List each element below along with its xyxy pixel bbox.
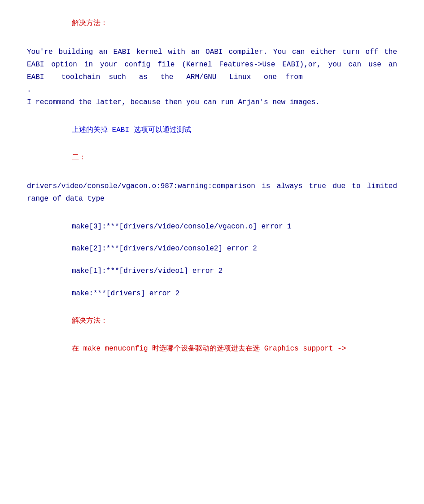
make-error-1: make[1]:***[drivers/video1] error 2 (27, 266, 397, 277)
solution-label-1: 解决方法： (27, 18, 397, 30)
solution-label-2: 解决方法： (27, 316, 397, 327)
section-two-header: 二： (27, 153, 86, 162)
make-error-2: make[2]:***[drivers/video/console2] erro… (27, 243, 397, 255)
warning-text: drivers/video/console/vgacon.o:987:warni… (27, 180, 397, 205)
paragraph-body: You're building an EABI kernel with an O… (27, 46, 397, 109)
eabi-link[interactable]: 上述的关掉 EABI 选项可以通过测试 (27, 125, 397, 136)
paragraph-continuation: I recommend the latter, because then you… (27, 98, 320, 106)
graphics-support-text: 在 make menuconfig 时选哪个设备驱动的选项进去在选 Graphi… (27, 343, 397, 355)
make-error-0: make:***[drivers] error 2 (27, 288, 397, 300)
make-error-3: make[3]:***[drivers/video/console/vgacon… (27, 221, 397, 233)
